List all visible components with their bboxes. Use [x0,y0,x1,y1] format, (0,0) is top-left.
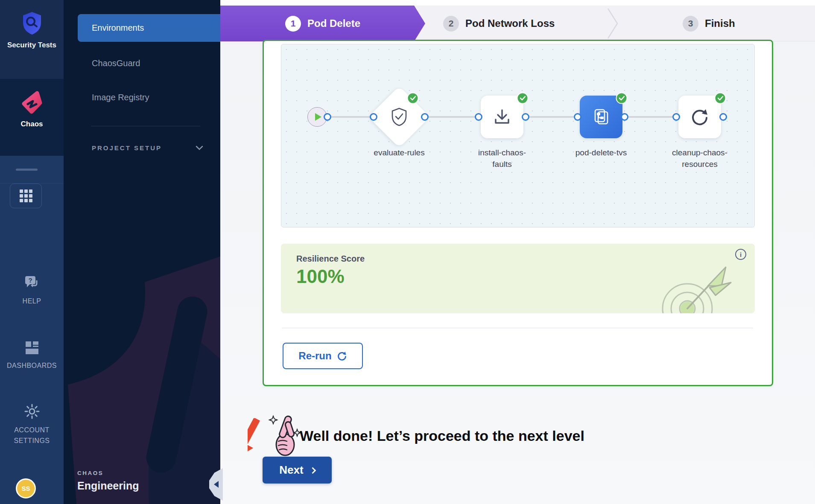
next-label: Next [279,463,303,477]
step-number: 3 [683,16,698,32]
node-install-chaos-faults[interactable] [481,96,523,138]
module-picker-button[interactable] [10,184,42,208]
step-separator-chevron [607,8,619,39]
score-title: Resilience Score [296,254,365,264]
success-check-icon [616,93,628,104]
sidebar-item-environments[interactable]: Environments [78,14,220,42]
node-cleanup-chaos-resources[interactable] [678,96,721,138]
resilience-score-card: Resilience Score 100% i [281,244,755,313]
svg-text:?: ? [28,277,32,284]
success-check-icon [407,93,419,104]
chevron-right-icon [309,467,316,474]
footer-module-label: CHAOS [77,470,139,476]
port[interactable] [719,113,727,121]
step-number: 1 [285,16,301,32]
port[interactable] [421,113,429,121]
next-button[interactable]: Next [263,457,332,484]
node-label: evaluate-rules [363,147,435,158]
module-label: Security Tests [7,41,56,50]
chaos-engineering-app: Security Tests Chaos [0,0,815,504]
port[interactable] [475,113,482,121]
rail-item-label: HELP [23,296,41,306]
section-label: PROJECT SETUP [92,144,162,151]
port[interactable] [324,113,331,121]
avatar-initials: SS [21,485,30,492]
grid-icon [20,189,32,202]
node-label: pod-delete-tvs [565,147,637,158]
node-label: install-chaos-faults [470,147,535,170]
port[interactable] [621,113,628,121]
download-icon [493,108,511,126]
footer-project-name: Engineering [77,480,139,492]
port[interactable] [574,113,581,121]
rail-item-dashboards[interactable]: DASHBOARDS [0,341,64,371]
rerun-button[interactable]: Re-run [283,343,363,369]
step-pod-delete[interactable]: 1 Pod Delete [220,6,425,41]
success-check-icon [517,93,529,104]
help-chat-icon: ? [23,275,41,292]
step-label: Pod Network Loss [465,17,555,29]
step-label: Pod Delete [307,17,360,29]
chevron-down-icon [196,146,203,150]
port[interactable] [522,113,529,121]
dashboards-icon [25,341,39,357]
finger-crossed-hand-emoji [268,412,302,459]
module-chaos[interactable]: Chaos [0,79,64,156]
sidebar-item-chaosguard[interactable]: ChaosGuard [78,52,220,74]
chaos-logo-icon [20,90,44,116]
shield-check-icon [390,107,408,127]
step-label: Finish [705,17,735,29]
play-icon [315,113,321,121]
collapse-left-icon [214,481,219,488]
security-shield-icon [21,11,43,37]
sidebar-item-image-registry[interactable]: Image Registry [78,87,220,108]
project-footer: CHAOS Engineering [77,470,139,492]
node-pod-delete-tvs[interactable] [580,96,622,138]
chaos-watermark [64,231,220,504]
congrats-message: Well done! Let’s proceed to the next lev… [300,428,584,444]
sidebar-item-label: Image Registry [92,93,149,102]
sidebar-item-label: Environments [92,23,144,33]
chaos-fault-icon [591,107,611,127]
step-finish[interactable]: 3 Finish [683,6,735,41]
sidebar-divider [91,126,200,126]
rerun-refresh-icon [337,351,347,361]
wizard-stepper: 1 Pod Delete 2 Pod Network Loss 3 Finish [220,6,815,41]
port[interactable] [672,113,680,121]
rerun-label: Re-run [298,350,331,362]
module-security-tests[interactable]: Security Tests [0,0,64,79]
port[interactable] [370,113,377,121]
module-rail: Security Tests Chaos [0,0,64,504]
rail-item-help[interactable]: ? HELP [0,275,64,306]
target-dart-illustration [662,264,734,313]
node-label: cleanup-chaos-resources [663,147,736,170]
user-avatar[interactable]: SS [16,478,36,498]
refresh-icon [689,107,710,127]
success-check-icon [715,93,726,104]
step-pod-network-loss[interactable]: 2 Pod Network Loss [443,6,555,41]
step-number: 2 [443,16,459,32]
pipeline-canvas[interactable]: evaluate-rules install-chaos-faults pod-… [281,44,755,227]
module-label: Chaos [21,120,43,128]
rail-item-label: ACCOUNT SETTINGS [14,425,50,446]
experiment-result-panel: evaluate-rules install-chaos-faults pod-… [263,40,773,386]
project-setup-section[interactable]: PROJECT SETUP [92,144,203,151]
panel-divider [282,328,753,328]
main-content: 1 Pod Delete 2 Pod Network Loss 3 Finish [220,0,815,504]
rail-item-label: DASHBOARDS [7,360,57,371]
info-icon[interactable]: i [735,249,746,260]
top-strip [220,0,815,6]
score-value: 100% [296,266,345,287]
rail-drag-handle[interactable] [16,169,38,171]
rail-item-account-settings[interactable]: ACCOUNT SETTINGS [0,403,64,446]
project-sidebar: Environments ChaosGuard Image Registry P… [64,0,220,504]
gear-icon [24,403,40,421]
sidebar-item-label: ChaosGuard [92,58,140,68]
